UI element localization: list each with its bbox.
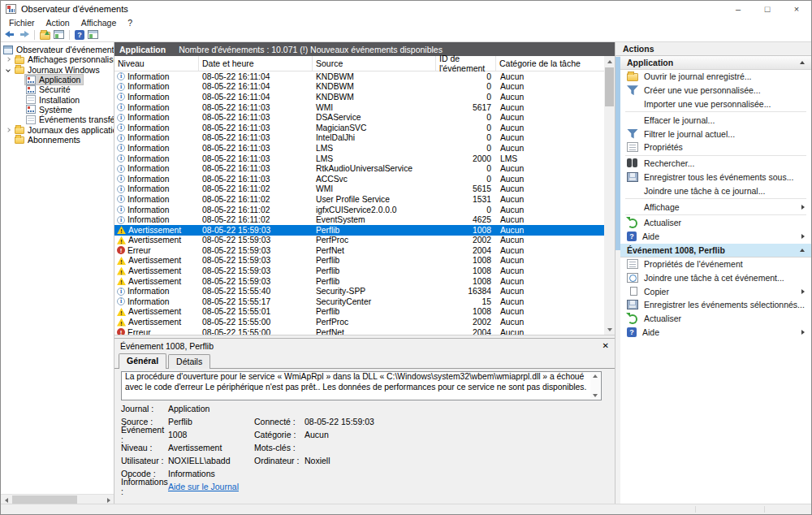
column-header-categorie-de-la-tache[interactable]: Catégorie de la tâche (496, 56, 604, 71)
export-folder-icon[interactable] (40, 32, 50, 40)
sidebar-item-journaux-windows[interactable]: Journaux Windows (1, 65, 114, 75)
event-row[interactable]: Information08-05-22 16:11:02igfxCUIServi… (114, 205, 604, 215)
menu-fichier[interactable]: Fichier (3, 18, 41, 28)
action-joindre-une-tache-a-ce-journal[interactable]: Joindre une tâche à ce journal... (620, 184, 811, 197)
event-row[interactable]: Avertissement08-05-22 15:59:03Perflib100… (114, 266, 604, 276)
action-filtrer-le-journal-actuel[interactable]: Filtrer le journal actuel... (620, 127, 811, 141)
action-actualiser[interactable]: Actualiser (620, 312, 811, 326)
event-row[interactable]: Erreur08-05-22 15:55:00PerfNet2004Aucun (114, 327, 604, 335)
event-row[interactable]: Information08-05-22 16:11:04KNDBWM0Aucun (114, 71, 604, 82)
action-creer-une-vue-personnalisee[interactable]: Créer une vue personnalisée... (620, 84, 811, 97)
action-enregistrer-tous-les-evenements-sous[interactable]: Enregistrer tous les événements sous... (620, 171, 811, 184)
action-joindre-une-tache-a-cet-evenement[interactable]: Joindre une tâche à cet événement... (620, 270, 811, 284)
event-row[interactable]: Avertissement08-05-22 15:55:00PerfProc20… (114, 317, 604, 327)
event-row[interactable]: Avertissement08-05-22 15:55:01Perflib100… (114, 307, 604, 318)
event-row[interactable]: Information08-05-22 16:11:03LMS0Aucun (114, 143, 604, 154)
action-aide[interactable]: Aide (620, 230, 811, 244)
event-message-box[interactable]: La procédure d'ouverture pour le service… (121, 371, 602, 400)
scroll-down-icon[interactable] (593, 394, 598, 397)
event-row[interactable]: Information08-05-22 16:11:03ACCSvc0Aucun (114, 174, 604, 184)
collapse-icon[interactable] (800, 249, 805, 252)
tab-details[interactable]: Détails (168, 354, 210, 369)
action-section-evenement-1008-perflib[interactable]: Événement 1008, Perflib (620, 244, 811, 258)
tree-expander-icon[interactable] (2, 128, 14, 132)
journal-help-link[interactable]: Aide sur le Journal (168, 482, 254, 491)
page-icon (26, 95, 36, 104)
event-row[interactable]: Information08-05-22 16:11:03MagicianSVC0… (114, 123, 604, 133)
event-row[interactable]: Information08-05-22 16:11:04KNDBWM0Aucun (114, 82, 604, 93)
tree-expander-icon[interactable] (2, 68, 14, 71)
tree-expander-icon[interactable] (2, 58, 14, 61)
tab-general[interactable]: Général (119, 353, 166, 369)
action-rechercher[interactable]: Rechercher... (620, 157, 811, 171)
action-importer-une-vue-personnalisee[interactable]: Importer une vue personnalisée... (620, 97, 811, 111)
action-section-application[interactable]: Application (620, 56, 811, 70)
event-row[interactable]: Information08-05-22 16:11:02WMI5615Aucun (114, 184, 604, 195)
message-scrollbar[interactable] (590, 373, 600, 399)
collapse-icon[interactable] (800, 61, 805, 64)
event-level-cell: Information (114, 195, 199, 204)
maximize-button[interactable]: □ (753, 1, 782, 17)
action-actualiser[interactable]: Actualiser (620, 216, 811, 230)
minimize-button[interactable]: – (723, 1, 753, 17)
event-list-scrollbar[interactable] (604, 56, 615, 335)
event-level-cell: Information (114, 93, 199, 102)
event-row[interactable]: Information08-05-22 16:11:02EventSystem4… (114, 214, 604, 225)
event-row[interactable]: Information08-05-22 16:11:04KNDBWM0Aucun (114, 92, 604, 102)
menu-[interactable]: ? (122, 18, 138, 28)
sidebar-item-application[interactable]: Application (1, 75, 114, 84)
action-affichage[interactable]: Affichage (620, 200, 811, 214)
sidebar-item-journaux-des-applications-et[interactable]: Journaux des applications et (1, 124, 114, 134)
help-icon[interactable] (75, 30, 84, 40)
event-row[interactable]: Information08-05-22 16:11:02User Profile… (114, 194, 604, 205)
event-level-text: Avertissement (128, 307, 181, 316)
sidebar-item-abonnements[interactable]: Abonnements (1, 135, 114, 145)
column-header-source[interactable]: Source (313, 56, 436, 71)
menu-action[interactable]: Action (41, 18, 76, 28)
event-row[interactable]: Erreur08-05-22 15:59:03PerfNet2004Aucun (114, 245, 604, 256)
sidebar-item-systeme[interactable]: Système (1, 105, 114, 115)
action-aide[interactable]: Aide (620, 326, 811, 340)
event-id: 15 (436, 297, 496, 306)
field-label: Événement : (121, 425, 168, 444)
event-row[interactable]: Avertissement08-05-22 15:59:03Perflib100… (114, 256, 604, 266)
scroll-down-icon[interactable] (604, 324, 615, 335)
scroll-thumb[interactable] (605, 67, 614, 106)
event-level-text: Information (127, 184, 170, 193)
column-header-date-et-heure[interactable]: Date et heure (199, 56, 313, 71)
sidebar-item-affichages-personnalises[interactable]: Affichages personnalisés (1, 54, 114, 64)
error-icon (117, 328, 125, 335)
event-row[interactable]: Information08-05-22 16:11:03LMS2000LMS (114, 154, 604, 164)
event-row[interactable]: Information08-05-22 16:11:03IntelDalJhi0… (114, 133, 604, 144)
event-row[interactable]: Avertissement08-05-22 15:59:03Perflib100… (114, 225, 604, 236)
event-row[interactable]: Avertissement08-05-22 15:59:03PerfProc20… (114, 236, 604, 246)
action-copier[interactable]: Copier (620, 284, 811, 298)
sidebar-item-evenements-transferes[interactable]: Événements transférés (1, 115, 114, 124)
action-proprietes-de-l-evenement[interactable]: Propriétés de l'événement (620, 258, 811, 271)
event-row[interactable]: Avertissement08-05-22 15:59:03Perflib100… (114, 276, 604, 287)
scroll-up-icon[interactable] (593, 374, 598, 378)
action-effacer-le-journal[interactable]: Effacer le journal... (620, 113, 811, 127)
sidebar-item-securite[interactable]: Sécurité (1, 84, 114, 94)
column-header-niveau[interactable]: Niveau (114, 56, 199, 71)
console-tree-icon[interactable] (54, 30, 64, 39)
console-window-icon[interactable] (88, 30, 98, 39)
back-icon[interactable] (5, 30, 15, 39)
sidebar-item-observateur-d-evenements-loc[interactable]: Observateur d'événements (Loc (1, 45, 114, 54)
column-header-id-de-l-evenement[interactable]: ID de l'événement (436, 56, 496, 71)
scroll-up-icon[interactable] (604, 56, 615, 67)
close-button[interactable]: × (782, 1, 811, 17)
action-proprietes[interactable]: Propriétés (620, 141, 811, 154)
close-icon[interactable]: ✕ (603, 341, 609, 350)
event-row[interactable]: Information08-05-22 16:11:03WMI5617Aucun (114, 102, 604, 113)
event-row[interactable]: Information08-05-22 16:11:03RtkAudioUniv… (114, 163, 604, 174)
event-row[interactable]: Information08-05-22 16:11:03DSAService0A… (114, 112, 604, 123)
menu-affichage[interactable]: Affichage (76, 18, 123, 28)
event-row[interactable]: Information08-05-22 15:55:40Security-SPP… (114, 286, 604, 296)
event-row[interactable]: Information08-05-22 15:55:17SecurityCent… (114, 296, 604, 307)
action-enregistrer-les-evenements-selectionnes[interactable]: Enregistrer les événements sélectionnés.… (620, 298, 811, 312)
separator (625, 214, 806, 215)
forward-icon[interactable] (19, 30, 29, 39)
sidebar-item-installation[interactable]: Installation (1, 94, 114, 104)
action-ouvrir-le-journal-enregistre[interactable]: Ouvrir le journal enregistré... (620, 70, 811, 84)
